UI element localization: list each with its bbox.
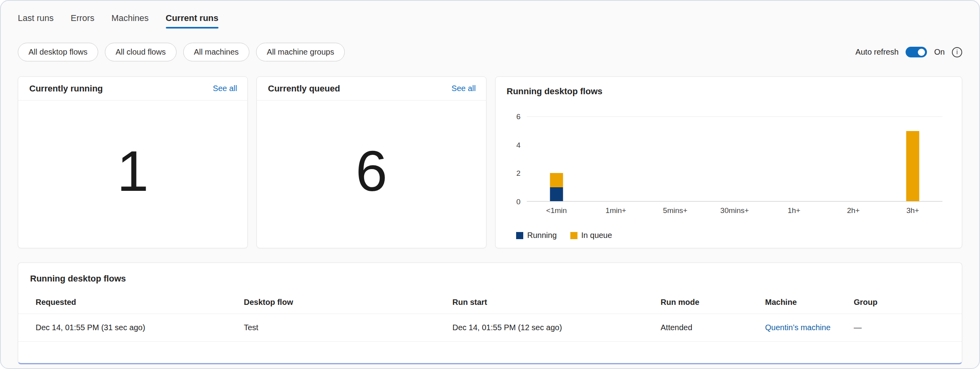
tab-machines[interactable]: Machines [111, 13, 148, 29]
bar-3h [906, 117, 919, 201]
x-tick: 1h+ [764, 206, 824, 215]
cell-desktop-flow: Test [244, 323, 452, 332]
chart-y-axis: 6 4 2 0 [505, 116, 520, 202]
tab-last-runs[interactable]: Last runs [18, 13, 54, 29]
auto-refresh-state: On [934, 48, 945, 57]
bar-1min [550, 117, 563, 201]
summary-cards-row: Currently running See all 1 Currently qu… [18, 76, 962, 248]
card-header: Currently running See all [18, 77, 247, 101]
app-window: Last runs Errors Machines Current runs A… [0, 0, 980, 369]
see-all-queued-link[interactable]: See all [452, 84, 476, 93]
x-tick: 3h+ [883, 206, 942, 215]
cell-requested: Dec 14, 01:55 PM (31 sec ago) [36, 323, 244, 332]
auto-refresh-control: Auto refresh On i [855, 47, 962, 57]
column-header-desktop-flow: Desktop flow [244, 298, 452, 307]
currently-running-card: Currently running See all 1 [18, 76, 248, 248]
bar-segment-running [550, 187, 563, 201]
running-desktop-flows-table-card: Running desktop flows Requested Desktop … [18, 262, 962, 364]
cell-group: — [854, 323, 962, 332]
card-header: Currently queued See all [257, 77, 486, 101]
x-tick: 30mins+ [705, 206, 764, 215]
legend-label-in-queue: In queue [581, 231, 612, 240]
legend-item-in-queue: In queue [570, 231, 612, 240]
see-all-running-link[interactable]: See all [213, 84, 237, 93]
chart: 6 4 2 0 <1min 1min+ 5mins+ 30mins+ 1h+ [527, 116, 942, 215]
auto-refresh-label: Auto refresh [855, 48, 898, 57]
legend-item-running: Running [516, 231, 557, 240]
card-title-currently-queued: Currently queued [268, 84, 340, 94]
cell-run-start: Dec 14, 01:55 PM (12 sec ago) [452, 323, 661, 332]
y-tick: 0 [516, 198, 520, 205]
filter-all-desktop-flows[interactable]: All desktop flows [18, 43, 98, 61]
filter-pills: All desktop flows All cloud flows All ma… [18, 43, 345, 61]
column-header-group: Group [854, 298, 962, 307]
chart-bars-layer [527, 117, 942, 201]
chart-x-axis: <1min 1min+ 5mins+ 30mins+ 1h+ 2h+ 3h+ [527, 206, 942, 215]
table-row[interactable]: Dec 14, 01:55 PM (31 sec ago) Test Dec 1… [18, 314, 962, 342]
bar-segment-in-queue [550, 173, 563, 187]
cell-machine-link[interactable]: Quentin’s machine [765, 323, 854, 332]
legend-swatch-in-queue [570, 232, 577, 239]
column-header-requested: Requested [36, 298, 244, 307]
filter-all-machine-groups[interactable]: All machine groups [256, 43, 345, 61]
tab-bar: Last runs Errors Machines Current runs [18, 1, 962, 29]
currently-running-count: 1 [18, 101, 247, 248]
x-tick: <1min [527, 206, 586, 215]
tab-errors[interactable]: Errors [71, 13, 95, 29]
legend-swatch-running [516, 232, 523, 239]
column-header-run-start: Run start [452, 298, 661, 307]
column-header-run-mode: Run mode [661, 298, 765, 307]
column-header-machine: Machine [765, 298, 854, 307]
x-tick: 5mins+ [646, 206, 705, 215]
filter-all-cloud-flows[interactable]: All cloud flows [105, 43, 177, 61]
chart-card-title: Running desktop flows [507, 86, 951, 97]
currently-queued-count: 6 [257, 101, 486, 248]
filter-all-machines[interactable]: All machines [183, 43, 249, 61]
running-desktop-flows-chart-card: Running desktop flows 6 4 2 0 <1min 1min… [495, 76, 962, 248]
y-tick: 6 [516, 113, 520, 120]
page-content: Last runs Errors Machines Current runs A… [1, 1, 979, 364]
chart-legend: Running In queue [516, 231, 962, 240]
legend-label-running: Running [527, 231, 557, 240]
cell-run-mode: Attended [661, 323, 765, 332]
chart-plot [527, 116, 942, 202]
table-header-row: Requested Desktop flow Run start Run mod… [18, 291, 962, 314]
y-tick: 4 [516, 141, 520, 148]
toggle-knob [918, 49, 925, 56]
y-tick: 2 [516, 169, 520, 177]
chart-card-header: Running desktop flows [496, 77, 962, 97]
card-title-currently-running: Currently running [29, 84, 103, 94]
x-tick: 1min+ [586, 206, 646, 215]
currently-queued-card: Currently queued See all 6 [256, 76, 486, 248]
auto-refresh-toggle[interactable] [906, 47, 927, 57]
info-icon[interactable]: i [952, 47, 962, 57]
table-title: Running desktop flows [18, 263, 962, 284]
filter-row: All desktop flows All cloud flows All ma… [18, 43, 962, 61]
bar-segment-in-queue [906, 131, 919, 202]
tab-current-runs[interactable]: Current runs [166, 13, 218, 29]
x-tick: 2h+ [824, 206, 883, 215]
